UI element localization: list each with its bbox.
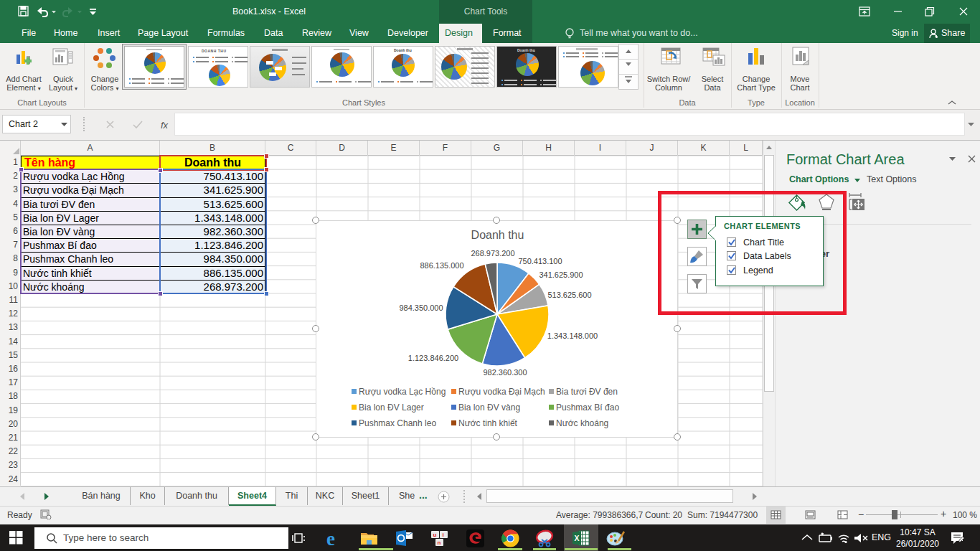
svg-text:u: u [433, 532, 437, 538]
svg-text:i: i [443, 532, 444, 538]
svg-text:X: X [575, 534, 580, 542]
svg-text:n: n [438, 540, 441, 546]
